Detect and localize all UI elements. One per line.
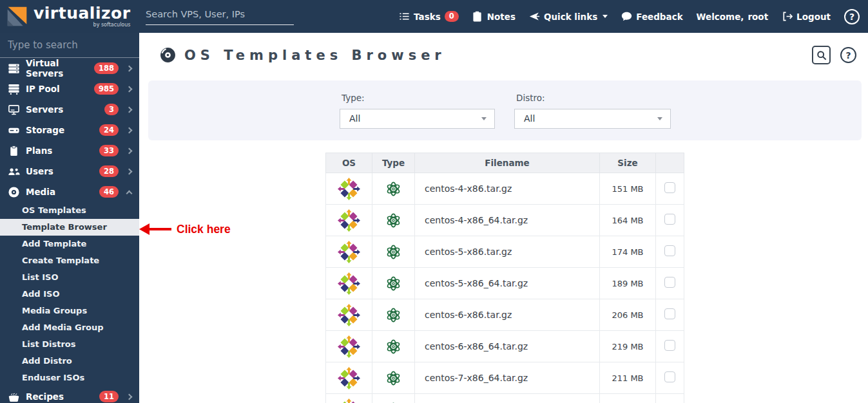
- click-here-annotation: Click here: [139, 222, 231, 236]
- table-row: centos-4-x86_64.tar.gz 164 MB: [326, 205, 684, 236]
- welcome-prefix: Welcome,: [697, 12, 744, 22]
- col-header-select: [656, 153, 684, 173]
- submenu-add-distro[interactable]: Add Distro: [0, 353, 139, 370]
- centos-icon: [337, 272, 361, 295]
- sidebar-item-servers[interactable]: Servers 3: [0, 99, 139, 120]
- submenu-add-iso[interactable]: Add ISO: [0, 286, 139, 303]
- sidebar-item-media[interactable]: Media 46: [0, 182, 139, 202]
- virtualizor-logo[interactable]: virtualizor by softaculous: [0, 5, 139, 28]
- table-row: centos-4-x86.tar.gz 151 MB: [326, 173, 684, 205]
- filename-cell: [415, 394, 600, 403]
- welcome-username: root: [747, 12, 768, 22]
- feedback-menu[interactable]: Feedback: [621, 11, 682, 22]
- tasks-list-icon: [399, 11, 410, 22]
- media-disc-icon: [8, 186, 20, 198]
- row-checkbox[interactable]: [664, 182, 675, 193]
- centos-icon: [337, 335, 361, 358]
- row-checkbox[interactable]: [664, 340, 675, 351]
- sidebar: Virtual Servers 188 IP Pool 985 Servers …: [0, 33, 139, 403]
- size-cell: 211 MB: [600, 362, 656, 394]
- table-header-row: OS Type Filename Size: [326, 153, 684, 173]
- distro-filter-select[interactable]: All: [514, 109, 671, 129]
- virtualizor-logo-icon: [5, 5, 29, 28]
- os-cell: [326, 236, 372, 268]
- size-cell: 189 MB: [600, 268, 656, 299]
- logout-button[interactable]: Logout: [782, 11, 831, 22]
- distro-filter-value: All: [524, 113, 535, 124]
- sidebar-item-label: Users: [26, 166, 53, 176]
- chevron-right-icon: [126, 86, 133, 92]
- os-cell: [326, 268, 372, 299]
- type-filter-select[interactable]: All: [340, 109, 495, 129]
- submenu-os-templates[interactable]: OS Templates: [0, 202, 139, 219]
- count-badge: 28: [99, 165, 119, 177]
- centos-icon: [337, 367, 361, 389]
- virtualization-type-icon: [383, 274, 403, 294]
- table-search-button[interactable]: [812, 46, 831, 64]
- chevron-right-icon: [126, 393, 133, 400]
- chevron-down-icon: [481, 117, 487, 120]
- submenu-add-media-group[interactable]: Add Media Group: [0, 319, 139, 336]
- centos-icon: [337, 398, 361, 403]
- global-search: [146, 8, 294, 25]
- submenu-media-groups[interactable]: Media Groups: [0, 303, 139, 319]
- submenu-template-browser[interactable]: Template Browser: [0, 219, 139, 236]
- os-cell: [326, 173, 372, 205]
- type-filter-label: Type:: [340, 93, 495, 103]
- tasks-menu[interactable]: Tasks 0: [399, 11, 459, 23]
- sidebar-item-storage[interactable]: Storage 24: [0, 120, 139, 140]
- virtualization-type-icon: [383, 242, 403, 262]
- chevron-up-icon: [126, 190, 133, 196]
- centos-icon: [337, 209, 361, 232]
- quick-links-menu[interactable]: Quick links: [529, 11, 608, 22]
- ip-pool-icon: [8, 83, 20, 95]
- submenu-list-distros[interactable]: List Distros: [0, 336, 139, 353]
- sidebar-item-plans[interactable]: Plans 33: [0, 140, 139, 161]
- distro-filter-label: Distro:: [514, 93, 671, 103]
- type-filter-value: All: [349, 113, 360, 124]
- count-badge: 985: [94, 83, 119, 95]
- sidebar-search-input[interactable]: [0, 39, 139, 51]
- submenu-add-template[interactable]: Add Template: [0, 236, 139, 252]
- chevron-right-icon: [126, 168, 133, 174]
- sidebar-item-virtual-servers[interactable]: Virtual Servers 188: [0, 58, 139, 79]
- type-cell: [372, 205, 415, 236]
- sidebar-item-recipes[interactable]: Recipes 11: [0, 386, 139, 403]
- page-help-icon[interactable]: ?: [840, 47, 856, 63]
- filter-panel: Type: All Distro: All: [148, 80, 862, 140]
- row-checkbox[interactable]: [664, 277, 675, 288]
- media-submenu: OS Templates Template Browser Add Templa…: [0, 202, 139, 386]
- notes-menu[interactable]: Notes: [472, 11, 516, 22]
- page-header: OS Templates Browser ?: [139, 33, 868, 77]
- main-content: OS Templates Browser ? Type: All Distro:…: [139, 33, 868, 403]
- row-checkbox[interactable]: [664, 308, 675, 319]
- virtualization-type-icon: [383, 337, 403, 357]
- chevron-right-icon: [126, 147, 133, 154]
- arrow-left-icon: [139, 223, 149, 235]
- templates-table: OS Type Filename Size: [325, 153, 684, 403]
- row-checkbox[interactable]: [664, 245, 675, 256]
- annotation-label: Click here: [177, 223, 231, 236]
- sidebar-item-label: Storage: [26, 125, 64, 135]
- table-row: centos-5-x86.tar.gz 174 MB: [326, 236, 684, 268]
- submenu-enduser-isos[interactable]: Enduser ISOs: [0, 370, 139, 386]
- filename-cell: centos-6-x86.tar.gz: [415, 299, 600, 331]
- header-help-icon[interactable]: ?: [844, 9, 860, 24]
- row-checkbox[interactable]: [664, 214, 675, 225]
- filename-cell: centos-4-x86_64.tar.gz: [415, 205, 600, 236]
- chevron-right-icon: [126, 65, 133, 71]
- sidebar-item-ip-pool[interactable]: IP Pool 985: [0, 79, 139, 99]
- filename-cell: centos-5-x86.tar.gz: [415, 236, 600, 268]
- sidebar-item-label: Recipes: [26, 391, 64, 402]
- submenu-list-iso[interactable]: List ISO: [0, 269, 139, 286]
- global-search-input[interactable]: [146, 9, 294, 19]
- col-header-filename: Filename: [415, 153, 600, 173]
- sidebar-search: [0, 33, 139, 58]
- sidebar-item-users[interactable]: Users 28: [0, 161, 139, 182]
- row-checkbox[interactable]: [664, 371, 675, 382]
- filename-cell: centos-5-x86_64.tar.gz: [415, 268, 600, 299]
- type-cell: [372, 394, 415, 403]
- table-row: centos-7-x86_64.tar.gz 211 MB: [326, 362, 684, 394]
- submenu-create-template[interactable]: Create Template: [0, 252, 139, 269]
- os-cell: [326, 394, 372, 403]
